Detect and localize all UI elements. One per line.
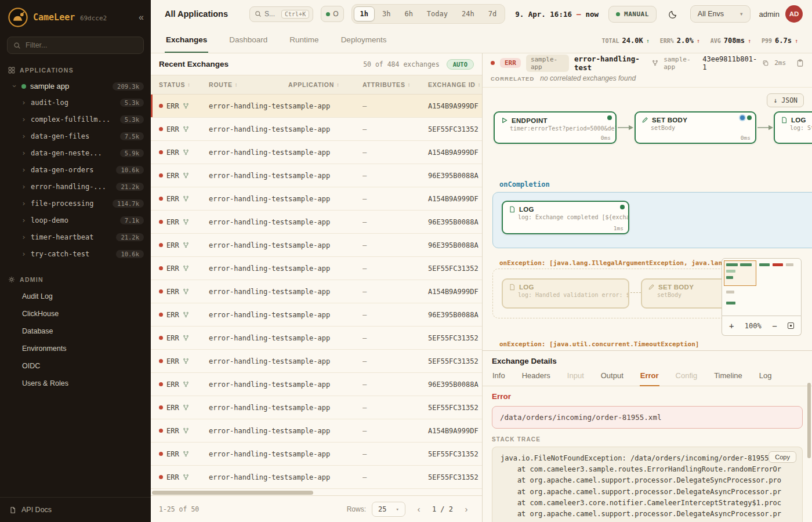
table-row[interactable]: ERRerror-handling-testsample-app—96E395B… <box>151 303 482 327</box>
download-json-button[interactable]: ↓ JSON <box>767 93 804 107</box>
sidebar-item-environments[interactable]: Environments <box>0 340 151 357</box>
manual-refresh-button[interactable]: MANUAL <box>608 6 657 23</box>
time-range-1h[interactable]: 1h <box>354 6 375 21</box>
sidebar-item-audit-log[interactable]: Audit Log <box>0 288 151 305</box>
trend-up-icon: ↑ <box>697 38 700 44</box>
time-range-24h[interactable]: 24h <box>455 6 481 21</box>
on-completion-container[interactable]: LOG log: Exchange completed [${exchan 1m… <box>492 192 812 248</box>
table-row[interactable]: ERRerror-handling-testsample-app—96E395B… <box>151 164 482 187</box>
column-header-attributes[interactable]: ATTRIBUTES↕ <box>362 81 428 88</box>
horizontal-scrollbar[interactable] <box>152 491 481 495</box>
sidebar-route-item[interactable]: ›data-gen-orders10.6k <box>0 161 151 178</box>
diagram-node-endpoint[interactable]: ENDPOINT timer:errorTest?period=5000&del… <box>494 111 617 144</box>
column-header-status[interactable]: STATUS↕ <box>159 81 209 88</box>
sidebar-route-item[interactable]: ›data-gen-neste...5.9k <box>0 144 151 161</box>
fit-view-button[interactable] <box>788 321 794 331</box>
table-row[interactable]: ERRerror-handling-testsample-app—A154B9A… <box>151 95 482 118</box>
next-page-button[interactable]: › <box>459 502 474 517</box>
tab-dashboard[interactable]: Dashboard <box>228 28 269 53</box>
application-cell: sample-app <box>288 380 362 389</box>
table-row[interactable]: ERRerror-handling-testsample-app—A154B9A… <box>151 141 482 164</box>
diagram-node-exception-setbody[interactable]: SET BODY setBody <box>641 278 728 309</box>
table-row[interactable]: ERRerror-handling-testsample-app—5EF55FC… <box>151 327 482 350</box>
route-diagram-canvas[interactable]: ↓ JSON ENDPOINT timer:errorTest?period=5… <box>483 88 812 350</box>
sidebar-route-item[interactable]: ›timer-heartbeat21.2k <box>0 229 151 245</box>
minimap-view[interactable] <box>722 258 802 316</box>
table-row[interactable]: ERRerror-handling-testsample-app—A154B9A… <box>151 187 482 211</box>
rows-per-page-select[interactable]: 25 ▾ <box>372 502 405 517</box>
dark-mode-toggle[interactable] <box>664 5 683 23</box>
details-tab-log[interactable]: Log <box>759 369 773 386</box>
stack-trace-block[interactable]: Copy java.io.FileNotFoundException: /dat… <box>492 447 803 522</box>
tab-deployments[interactable]: Deployments <box>340 28 388 53</box>
table-row[interactable]: ERRerror-handling-testsample-app—5EF55FC… <box>151 257 482 280</box>
details-tab-headers[interactable]: Headers <box>521 369 551 386</box>
sidebar-route-item[interactable]: ›complex-fulfillm...5.3k <box>0 111 151 128</box>
table-row[interactable]: ERRerror-handling-testsample-app—A154B9A… <box>151 419 482 443</box>
table-row[interactable]: ERRerror-handling-testsample-app—5EF55FC… <box>151 443 482 466</box>
date-range[interactable]: 9. Apr. 16:16 — now <box>513 10 601 19</box>
column-header-route[interactable]: ROUTE↕ <box>209 81 288 88</box>
tab-exchanges[interactable]: Exchanges <box>165 28 208 53</box>
table-row[interactable]: ERRerror-handling-testsample-app—5EF55FC… <box>151 396 482 419</box>
exchange-id-cell: A154B9A999DF <box>428 148 482 157</box>
sidebar-item-users-roles[interactable]: Users & Roles <box>0 375 151 392</box>
sidebar-route-item[interactable]: ›loop-demo7.1k <box>0 212 151 229</box>
sidebar-collapse-button[interactable]: « <box>139 13 144 22</box>
route-name[interactable]: error-handling-test <box>574 55 647 72</box>
auto-refresh-badge[interactable]: AUTO <box>447 59 474 70</box>
time-range-7d[interactable]: 7d <box>482 6 503 21</box>
sidebar-route-item[interactable]: ›error-handling-...21.2k <box>0 178 151 195</box>
details-tab-timeline[interactable]: Timeline <box>713 369 743 386</box>
vertical-scrollbar[interactable] <box>807 383 811 517</box>
sidebar-route-item[interactable]: ›audit-log5.3k <box>0 94 151 111</box>
sidebar-route-item[interactable]: ›file-processing114.7k <box>0 195 151 212</box>
diagram-node-log[interactable]: LOG log: Sta <box>774 111 812 144</box>
diagram-node-exception-log[interactable]: LOG log: Handled validation error: ${exc… <box>502 278 629 309</box>
copy-button[interactable]: Copy <box>768 451 796 463</box>
sidebar-route-item[interactable]: ›data-gen-files7.5k <box>0 128 151 144</box>
env-selector[interactable]: All Envs ▾ <box>690 5 751 23</box>
details-tab-output[interactable]: Output <box>600 369 624 386</box>
details-tab-info[interactable]: Info <box>492 369 506 386</box>
search-input[interactable] <box>264 10 278 18</box>
minimap[interactable]: + 100% − <box>722 258 802 336</box>
scrollbar-thumb[interactable] <box>807 383 811 458</box>
table-row[interactable]: ERRerror-handling-testsample-app—96E395B… <box>151 211 482 234</box>
tab-runtime[interactable]: Runtime <box>288 28 320 53</box>
table-row[interactable]: ERRerror-handling-testsample-app—5EF55FC… <box>151 466 482 489</box>
time-range-6h[interactable]: 6h <box>398 6 419 21</box>
global-search[interactable]: Ctrl+K <box>249 6 313 22</box>
scrollbar-thumb[interactable] <box>152 491 313 495</box>
exchange-id[interactable]: 43ee9811b801-1 <box>702 55 757 71</box>
prev-page-button[interactable]: ‹ <box>411 502 426 517</box>
avatar[interactable]: AD <box>785 5 803 23</box>
fork-icon <box>183 242 189 248</box>
time-range-today[interactable]: Today <box>420 6 454 21</box>
table-row[interactable]: ERRerror-handling-testsample-app—96E395B… <box>151 373 482 396</box>
clipboard-icon[interactable] <box>796 59 804 67</box>
time-range-3h[interactable]: 3h <box>376 6 397 21</box>
details-tab-error[interactable]: Error <box>640 369 659 386</box>
sidebar-item-database[interactable]: Database <box>0 322 151 340</box>
table-row[interactable]: ERRerror-handling-testsample-app—5EF55FC… <box>151 350 482 373</box>
table-row[interactable]: ERRerror-handling-testsample-app—A154B9A… <box>151 280 482 303</box>
zoom-out-button[interactable]: − <box>772 321 777 331</box>
route-fork-icon <box>652 60 658 66</box>
column-header-exchange-id[interactable]: EXCHANGE ID↕ <box>428 81 482 88</box>
sidebar-item-api-docs[interactable]: API Docs <box>0 497 151 522</box>
zoom-in-button[interactable]: + <box>729 321 734 331</box>
sidebar-item-sample-app[interactable]: › sample app 209.3k <box>0 78 151 94</box>
sidebar-route-item[interactable]: ›try-catch-test10.6k <box>0 245 151 262</box>
sidebar-item-oidc[interactable]: OIDC <box>0 357 151 375</box>
sidebar-item-clickhouse[interactable]: ClickHouse <box>0 305 151 322</box>
copy-icon[interactable] <box>762 60 769 67</box>
table-row[interactable]: ERRerror-handling-testsample-app—96E395B… <box>151 234 482 257</box>
diagram-node-setbody[interactable]: SET BODY setBody 0ms <box>635 111 756 144</box>
diagram-node-completion-log[interactable]: LOG log: Exchange completed [${exchan 1m… <box>502 201 629 234</box>
column-header-application[interactable]: APPLICATION↕ <box>288 81 362 88</box>
live-toggle[interactable]: O <box>321 6 343 22</box>
filter-input[interactable] <box>26 41 137 49</box>
fork-icon <box>183 474 189 480</box>
table-row[interactable]: ERRerror-handling-testsample-app—5EF55FC… <box>151 118 482 141</box>
